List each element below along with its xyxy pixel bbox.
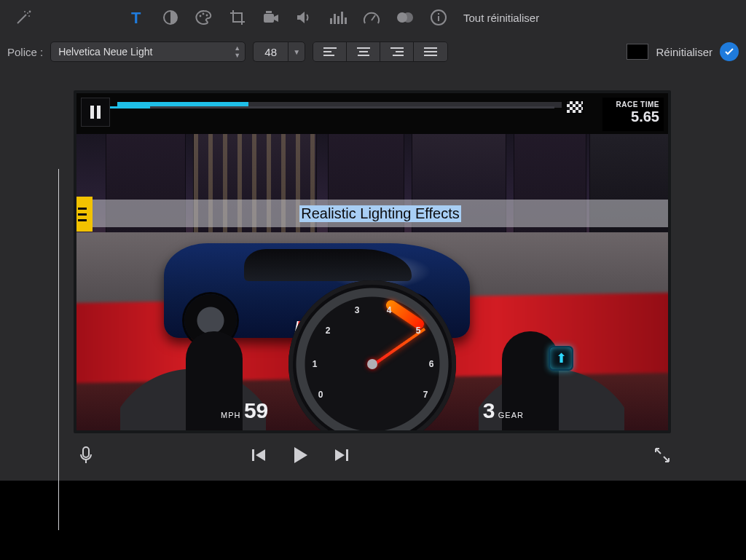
gear-value: 3 — [483, 398, 495, 422]
race-time-label: RACE TIME — [607, 100, 659, 109]
reinitialize-button[interactable]: Réinitialiser — [656, 46, 712, 58]
speed-gauge-icon[interactable] — [357, 3, 386, 32]
game-hud-top: RACE TIME 5.65 — [76, 93, 668, 134]
titles-tool-icon[interactable]: T — [122, 3, 152, 32]
svg-rect-36 — [252, 449, 254, 461]
svg-rect-14 — [341, 12, 343, 24]
voiceover-mic-icon[interactable] — [74, 446, 98, 465]
transport-bar — [74, 437, 671, 473]
svg-point-1 — [28, 15, 30, 17]
race-time-display: RACE TIME 5.65 — [602, 98, 664, 131]
svg-rect-21 — [438, 13, 439, 15]
reset-all-button[interactable]: Tout réinitialiser — [463, 12, 539, 24]
confirm-check-button[interactable] — [720, 42, 739, 61]
svg-rect-34 — [83, 447, 89, 457]
playback-controls — [251, 446, 350, 465]
equalizer-icon[interactable] — [323, 3, 353, 32]
gear-display: 3 GEAR — [483, 398, 524, 423]
contrast-tool-icon[interactable] — [156, 3, 185, 32]
speed-label: MPH — [221, 411, 240, 419]
svg-rect-12 — [334, 14, 336, 24]
gauge-num-5: 5 — [411, 326, 425, 336]
font-size-value[interactable]: 48 — [253, 42, 288, 62]
race-time-value: 5.65 — [607, 109, 659, 125]
svg-point-0 — [27, 12, 28, 14]
title-options-row: Police : Helvetica Neue Light ▲▼ 48 ▼ Ré… — [0, 35, 746, 68]
font-size-dropdown-icon[interactable]: ▼ — [288, 42, 305, 62]
svg-point-3 — [29, 11, 31, 13]
text-align-group — [313, 42, 448, 62]
svg-rect-37 — [346, 449, 348, 461]
crop-tool-icon[interactable] — [223, 3, 252, 32]
svg-rect-10 — [266, 11, 272, 13]
gauge-num-1: 1 — [307, 359, 322, 369]
text-color-swatch[interactable] — [627, 44, 648, 60]
dashboard-cluster: MPH 59 3 GEAR ⬆ 0 1 2 3 4 5 — [76, 317, 668, 430]
speed-display: MPH 59 — [221, 398, 268, 423]
gauge-num-0: 0 — [313, 390, 328, 400]
title-overlay-band[interactable]: Realistic Lighting Effects — [93, 200, 668, 227]
overlap-circles-icon[interactable] — [390, 3, 420, 32]
next-frame-button[interactable] — [334, 448, 350, 462]
svg-point-8 — [206, 15, 208, 17]
svg-point-7 — [203, 13, 205, 15]
svg-rect-9 — [264, 14, 274, 23]
svg-rect-11 — [330, 18, 332, 24]
svg-rect-15 — [345, 17, 347, 24]
game-scene: Realistic Lighting Effects LATE SHIFT MP… — [76, 134, 668, 430]
title-drag-handle[interactable] — [76, 197, 93, 232]
align-left-button[interactable] — [313, 42, 347, 61]
svg-point-18 — [403, 12, 413, 23]
prev-frame-button[interactable] — [251, 448, 267, 462]
svg-rect-20 — [438, 16, 439, 21]
stabilize-camera-icon[interactable] — [256, 3, 286, 32]
title-overlay-text[interactable]: Realistic Lighting Effects — [299, 205, 461, 222]
gauge-num-7: 7 — [418, 390, 433, 400]
gear-label: GEAR — [498, 411, 524, 419]
preview-viewer: RACE TIME 5.65 Realistic Lighting Effect… — [74, 90, 671, 433]
gauge-num-2: 2 — [321, 326, 335, 336]
magic-wand-icon[interactable] — [9, 3, 38, 32]
svg-point-6 — [200, 15, 202, 17]
align-justify-button[interactable] — [414, 42, 447, 61]
align-center-button[interactable] — [347, 42, 380, 61]
color-palette-icon[interactable] — [189, 3, 219, 32]
speed-value: 59 — [244, 398, 268, 422]
fullscreen-icon[interactable] — [653, 446, 671, 464]
svg-rect-13 — [337, 16, 339, 24]
gauge-num-3: 3 — [350, 305, 364, 315]
checkered-flag-icon — [566, 100, 584, 114]
svg-point-2 — [24, 11, 25, 12]
font-size-control[interactable]: 48 ▼ — [253, 42, 305, 62]
shift-up-icon: ⬆ — [549, 346, 573, 371]
pause-icon — [81, 98, 110, 127]
volume-tool-icon[interactable] — [290, 3, 319, 32]
svg-text:T: T — [131, 9, 141, 27]
tools-toolbar: T Tout réinitialiser — [0, 0, 746, 35]
gauge-num-4: 4 — [382, 305, 396, 315]
font-family-select[interactable]: Helvetica Neue Light ▲▼ — [50, 42, 246, 62]
gauge-num-6: 6 — [424, 359, 439, 369]
align-right-button[interactable] — [380, 42, 414, 61]
stepper-caret-icon: ▲▼ — [234, 44, 240, 59]
svg-line-16 — [372, 15, 375, 20]
font-label: Police : — [7, 46, 43, 58]
font-family-value: Helvetica Neue Light — [58, 46, 152, 58]
callout-line — [58, 169, 59, 530]
play-button[interactable] — [291, 446, 309, 465]
info-icon[interactable] — [424, 3, 453, 32]
